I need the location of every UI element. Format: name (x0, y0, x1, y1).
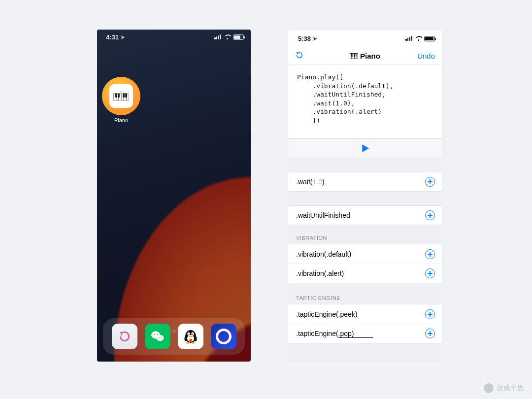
svg-rect-7 (118, 94, 119, 98)
dock-app-qq[interactable] (178, 324, 203, 349)
svg-rect-36 (354, 53, 355, 56)
add-icon[interactable] (425, 249, 435, 259)
status-time: 5:38 (298, 35, 311, 42)
svg-point-27 (186, 342, 190, 344)
dock-app-1[interactable] (112, 324, 137, 349)
phone-app: 5:38 ➤ (288, 30, 442, 362)
dock-app-4[interactable] (211, 324, 236, 349)
snippet-taptic-peek[interactable]: .tapticEngine(.peek) (288, 304, 442, 324)
battery-icon (233, 34, 244, 40)
piano-icon: ♪ ♫ ♪ ♫ (113, 90, 130, 102)
svg-point-21 (188, 333, 189, 334)
page-title: Piano (350, 52, 380, 60)
add-icon[interactable] (425, 210, 435, 220)
code-editor[interactable]: Piano.play([ .vibration(.default), .wait… (288, 65, 442, 138)
svg-rect-8 (123, 94, 124, 98)
add-icon[interactable] (425, 177, 435, 187)
svg-rect-37 (356, 53, 357, 56)
play-button[interactable] (288, 138, 442, 158)
status-bar: 5:38 ➤ (288, 30, 442, 47)
watermark: 设成于思 (484, 383, 524, 393)
row-label: .vibration(.alert) (296, 269, 344, 277)
svg-point-12 (156, 335, 164, 341)
section-header-taptic: TAPTIC ENGINE (288, 283, 442, 304)
svg-rect-35 (353, 53, 354, 56)
svg-point-28 (191, 342, 195, 344)
status-bar: 4:31 ➤ (97, 30, 251, 44)
row-label: .waitUntilFinished (296, 211, 350, 219)
undo-button[interactable]: Undo (417, 52, 435, 60)
app-label: Piano (114, 117, 128, 123)
snippet-wait[interactable]: .wait(1.0) (288, 172, 442, 192)
svg-point-25 (184, 336, 187, 341)
svg-point-23 (189, 335, 192, 337)
signal-icon (214, 34, 221, 39)
row-label: .tapticEngine(.pop) (296, 330, 373, 337)
navigation-bar: Piano Undo (288, 47, 442, 65)
section-header-vibration: VIBRATION (288, 225, 442, 244)
wifi-icon (224, 34, 231, 39)
svg-point-24 (189, 339, 192, 342)
piano-icon (350, 53, 358, 59)
snippet-taptic-pop[interactable]: .tapticEngine(.pop) (288, 324, 442, 343)
svg-point-14 (156, 333, 157, 334)
add-icon[interactable] (425, 268, 435, 278)
snippet-vibration-default[interactable]: .vibration(.default) (288, 244, 442, 264)
svg-rect-34 (351, 53, 352, 56)
add-icon[interactable] (425, 309, 435, 319)
svg-point-13 (153, 333, 154, 334)
svg-point-22 (192, 333, 193, 334)
location-icon: ➤ (121, 34, 125, 40)
add-icon[interactable] (425, 329, 435, 338)
wifi-icon (415, 36, 422, 41)
phone-homescreen: 4:31 ➤ (97, 30, 251, 362)
dock (103, 318, 245, 355)
svg-point-16 (161, 337, 162, 338)
row-label: .tapticEngine(.peek) (296, 310, 358, 318)
dock-app-wechat[interactable] (145, 324, 170, 349)
reload-button[interactable] (295, 51, 304, 60)
row-label: .vibration(.default) (296, 250, 351, 258)
location-icon: ➤ (313, 36, 317, 41)
app-icon-piano[interactable]: ♪ ♫ ♪ ♫ Piano (101, 77, 141, 123)
status-time: 4:31 (106, 33, 119, 41)
svg-rect-6 (115, 94, 117, 98)
snippet-wait-until-finished[interactable]: .waitUntilFinished (288, 205, 442, 225)
watermark-badge-icon (484, 383, 494, 393)
snippet-vibration-alert[interactable]: .vibration(.alert) (288, 264, 442, 283)
battery-icon (424, 36, 435, 41)
play-icon (361, 144, 369, 153)
signal-icon (405, 36, 412, 41)
svg-text:♪ ♫ ♪ ♫: ♪ ♫ ♪ ♫ (118, 91, 124, 93)
row-label: .wait(1.0) (296, 178, 325, 186)
svg-point-26 (194, 336, 197, 341)
svg-point-15 (158, 337, 159, 338)
svg-rect-9 (126, 94, 127, 98)
